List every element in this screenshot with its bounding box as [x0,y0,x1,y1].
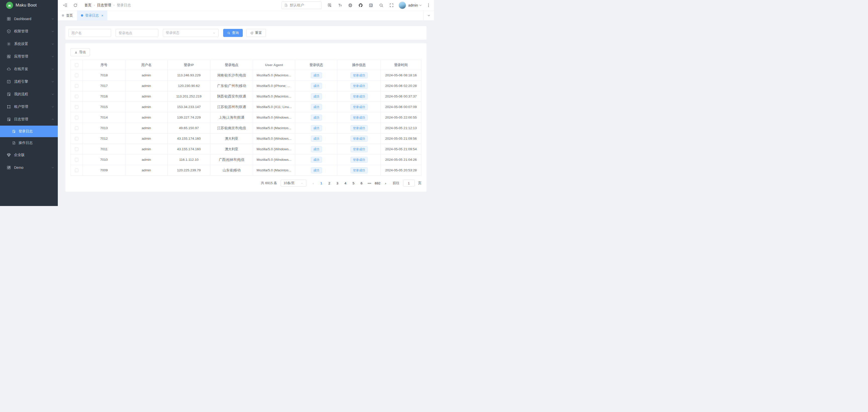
refresh-button[interactable] [73,3,78,8]
row-checkbox[interactable] [75,95,79,98]
header-tools [327,3,394,8]
gitee-link[interactable] [368,3,373,8]
page-number[interactable]: 3 [334,180,341,187]
reset-button[interactable]: 重置 [246,29,266,37]
sidebar-item-workflow-engine[interactable]: 流程引擎 [0,75,58,88]
cell-user-agent: Mozilla/5.0 (Windows... [253,144,295,155]
page-number[interactable]: 6 [358,180,365,187]
breadcrumb-log-management[interactable]: 日志管理 [97,3,111,7]
tenant-select[interactable]: 默认租户 [281,1,322,9]
tab-home[interactable]: 首页 [58,10,77,20]
pagination-total: 共 6915 条 [261,181,277,185]
sidebar-item-dashboard[interactable]: Dashboard [0,12,58,25]
operation-badge: 登录成功 [350,136,368,142]
table-row: 7015 admin 153.34.233.147 江苏省|苏州市|联通 Moz… [71,102,422,112]
sidebar-item-my-workflow[interactable]: 我的流程 [0,88,58,100]
cell-time: 2024-05-06 08:18:16 [381,70,422,81]
user-name[interactable]: admin [408,3,418,7]
cell-location: 江苏省|苏州市|联通 [210,102,253,112]
goto-page-input[interactable] [403,180,415,187]
cell-id: 7011 [83,144,125,155]
table-row: 7016 admin 113.201.252.219 陕西省|西安市|联通 Mo… [71,91,422,102]
operation-badge: 登录成功 [350,72,368,78]
collapse-sidebar-button[interactable] [63,3,68,8]
doc-user-icon [6,92,11,96]
sidebar-item-login-log[interactable]: 登录日志 [0,126,58,137]
more-settings-button[interactable] [426,3,431,8]
cell-location: 山东省|移动 [210,165,253,176]
next-page-button[interactable]: › [382,180,389,187]
chevron-down-icon[interactable] [419,4,422,7]
cell-user-agent: Mozilla/5.0 (Windows... [253,155,295,165]
sidebar-item-log-management[interactable]: 日志管理 [0,113,58,126]
row-checkbox[interactable] [75,158,79,162]
prev-page-button[interactable]: ‹ [310,180,317,187]
login-location-input[interactable] [116,29,158,37]
language-button[interactable] [348,3,353,8]
search-button[interactable]: 查询 [223,29,243,37]
col-header-operation: 操作信息 [338,60,381,70]
username-input[interactable] [68,29,111,37]
sidebar-item-app-management[interactable]: 应用管理 [0,50,58,63]
fullscreen-button[interactable] [389,3,394,8]
row-checkbox[interactable] [75,73,79,77]
cell-time: 2024-05-06 02:20:28 [381,81,422,91]
font-size-button[interactable] [338,3,343,8]
tab-close-icon[interactable]: × [101,13,103,18]
page-number[interactable]: 5 [350,180,357,187]
sidebar-item-operation-log[interactable]: 操作日志 [0,137,58,149]
status-badge: 成功 [311,136,322,142]
grid-icon [6,17,11,21]
row-checkbox[interactable] [75,84,79,88]
breadcrumb-home[interactable]: 首页 [85,3,91,7]
export-button[interactable]: 导出 [70,48,90,56]
page-number[interactable]: 1 [318,180,325,187]
sidebar-item-system-settings[interactable]: 系统设置 [0,38,58,50]
sidebar-item-label: 企业版 [14,153,54,157]
download-icon [74,51,78,54]
global-search-button[interactable] [379,3,384,8]
cell-username: admin [125,123,167,133]
sidebar-item-label: 登录日志 [19,129,33,134]
login-status-select[interactable]: 登录状态 [163,29,219,37]
translate-button[interactable] [327,3,332,8]
sidebar-item-online-dev[interactable]: 在线开发 [0,63,58,75]
github-link[interactable] [358,3,363,8]
cell-time: 2024-05-06 00:37:37 [381,91,422,102]
row-checkbox[interactable] [75,137,79,140]
table-card: 导出 序号 用户名 登录IP 登录地点 User [65,43,427,192]
row-checkbox[interactable] [75,148,79,151]
sidebar-item-enterprise[interactable]: 企业版 [0,149,58,161]
row-checkbox[interactable] [75,105,79,109]
page-number[interactable]: 2 [326,180,333,187]
sidebar-item-permissions[interactable]: 权限管理 [0,25,58,38]
sidebar-item-tenant-management[interactable]: 租户管理 [0,100,58,113]
tab-login-log[interactable]: 登录日志 × [77,10,107,20]
brand[interactable]: Maku Boot [0,0,58,10]
page-size-select[interactable]: 10条/页 [281,180,306,187]
page-number[interactable]: 692 [374,180,381,187]
operation-badge: 登录成功 [350,93,368,99]
cell-username: admin [125,155,167,165]
sidebar-item-demo[interactable]: Demo [0,161,58,174]
select-all-checkbox[interactable] [75,63,79,67]
cell-ip: 43.155.174.160 [167,144,210,155]
status-badge: 成功 [311,167,322,173]
tab-list-dropdown-button[interactable] [424,10,434,20]
translate-icon [328,3,332,7]
table-row: 7014 admin 139.227.74.229 上海|上海市|联通 Mozi… [71,112,422,123]
chevron-down-icon [51,42,54,45]
page-number[interactable]: 4 [342,180,349,187]
avatar[interactable] [399,1,406,9]
row-checkbox[interactable] [75,168,79,172]
table-row: 7018 admin 113.246.93.229 湖南省|长沙市|电信 Moz… [71,70,422,81]
row-checkbox[interactable] [75,116,79,119]
status-badge: 成功 [311,93,322,99]
cell-ip: 49.65.150.97 [167,123,210,133]
row-checkbox[interactable] [75,126,79,130]
cell-ip: 120.230.90.62 [167,81,210,91]
sidebar-item-label: 系统设置 [14,42,48,46]
cell-location: 湖南省|长沙市|电信 [210,70,253,81]
chevron-down-icon [301,182,303,185]
more-pages-button[interactable]: ••• [366,180,373,187]
